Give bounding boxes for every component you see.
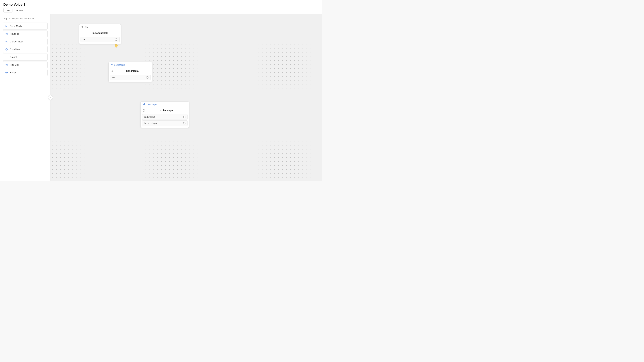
svg-point-7	[7, 42, 8, 42]
widget-branch-left: Branch	[5, 55, 17, 59]
svg-line-4	[6, 34, 7, 34]
collect-input-node-port-incorrect-connector[interactable]	[183, 122, 186, 124]
app-container: Demo Voice-1 Draft Version 1 Drop the wi…	[0, 0, 322, 181]
svg-point-2	[7, 34, 8, 35]
send-media-node-port-next-connector[interactable]	[146, 76, 148, 79]
collect-input-icon	[5, 40, 8, 43]
version-tabs: Draft Version 1	[3, 8, 319, 13]
widget-collect-input-drag: ⋮⋮	[41, 40, 46, 43]
widget-list: Send Media ⋮⋮	[3, 23, 48, 76]
branch-icon	[5, 55, 8, 59]
canvas-area[interactable]: ✋ Start InComingCall ok	[50, 14, 322, 181]
svg-point-17	[143, 104, 144, 105]
widget-send-media[interactable]: Send Media ⋮⋮	[3, 23, 48, 30]
start-node-port-ok[interactable]: ok	[80, 37, 120, 42]
widget-condition-drag: ⋮⋮	[41, 48, 46, 51]
svg-point-10	[6, 65, 6, 65]
svg-point-16	[82, 26, 83, 27]
widget-script[interactable]: Script ⋮⋮	[3, 69, 48, 76]
widget-script-drag: ⋮⋮	[41, 71, 46, 74]
svg-line-3	[6, 34, 7, 34]
widget-send-media-drag: ⋮⋮	[41, 25, 46, 28]
widget-script-label: Script	[10, 71, 16, 74]
start-node-port-ok-connector[interactable]	[115, 38, 117, 41]
main-area: Drop the widgets into the builder Send M…	[0, 14, 322, 181]
collect-input-node-port-end-connector[interactable]	[183, 116, 186, 118]
svg-point-6	[7, 41, 8, 41]
route-to-icon	[5, 32, 8, 36]
collect-input-node-header-icon	[142, 103, 145, 106]
send-media-node-header: SendMedia	[108, 62, 152, 68]
svg-point-0	[6, 34, 6, 34]
start-node[interactable]: Start InComingCall ok	[79, 24, 121, 44]
collect-input-node-connector-left[interactable]	[142, 109, 145, 112]
http-call-icon	[5, 63, 8, 67]
tab-version1[interactable]: Version 1	[13, 8, 26, 13]
collect-input-node-port-end-label: endOfInput	[144, 116, 155, 118]
widget-http-call[interactable]: Http Call ⋮⋮	[3, 61, 48, 68]
widget-send-media-label: Send Media	[10, 25, 22, 28]
script-icon	[5, 71, 8, 74]
sidebar-collapse-button[interactable]: ‹	[48, 95, 53, 100]
svg-point-5	[6, 41, 6, 42]
widget-http-call-drag: ⋮⋮	[41, 64, 46, 66]
send-media-node-connector-left[interactable]	[111, 70, 113, 72]
widget-route-to-drag: ⋮⋮	[41, 33, 46, 35]
widget-script-left: Script	[5, 71, 16, 74]
collect-input-node-title: CollectInput	[146, 103, 158, 106]
collect-input-node-port-end[interactable]: endOfInput	[142, 114, 188, 120]
collect-input-node-port-incorrect[interactable]: incorrectInput	[142, 120, 188, 126]
widget-send-media-left: Send Media	[5, 25, 22, 28]
svg-line-20	[144, 104, 144, 104]
svg-point-19	[144, 104, 144, 105]
widget-collect-input[interactable]: Collect Input ⋮⋮	[3, 38, 48, 45]
send-media-icon	[5, 25, 8, 28]
svg-point-1	[7, 33, 8, 34]
tab-draft[interactable]: Draft	[3, 8, 12, 13]
widget-branch[interactable]: Branch ⋮⋮	[3, 54, 48, 61]
collect-input-node-port-incorrect-label: incorrectInput	[144, 122, 158, 124]
widget-condition-label: Condition	[10, 48, 20, 51]
start-node-header: Start	[79, 24, 121, 30]
svg-line-8	[6, 41, 7, 42]
send-media-node[interactable]: SendMedia SendMedia next	[108, 62, 152, 82]
widget-condition[interactable]: Condition ⋮⋮	[3, 46, 48, 53]
widget-http-call-left: Http Call	[5, 63, 19, 67]
sidebar-hint: Drop the widgets into the builder	[3, 17, 48, 20]
svg-line-14	[6, 65, 7, 65]
svg-line-15	[6, 72, 7, 73]
send-media-node-title: SendMedia	[114, 64, 125, 66]
svg-point-18	[144, 103, 144, 104]
widget-route-to-label: Route To	[10, 33, 19, 35]
widget-collect-input-label: Collect Input	[10, 40, 23, 43]
start-node-body: InComingCall	[79, 30, 121, 36]
send-media-node-body: SendMedia	[115, 70, 150, 72]
start-node-header-icon	[81, 26, 84, 29]
widget-branch-label: Branch	[10, 56, 17, 58]
widget-branch-drag: ⋮⋮	[41, 56, 46, 58]
widget-http-call-label: Http Call	[10, 64, 19, 66]
svg-line-13	[6, 65, 7, 65]
send-media-node-port-next-label: next	[112, 76, 116, 79]
collect-input-node-header: CollectInput	[140, 102, 189, 107]
app-title: Demo Voice-1	[3, 3, 319, 7]
svg-point-12	[7, 65, 8, 66]
widget-collect-input-left: Collect Input	[5, 40, 23, 43]
send-media-node-header-icon	[111, 64, 113, 66]
widget-route-to[interactable]: Route To ⋮⋮	[3, 30, 48, 37]
widget-route-to-left: Route To	[5, 32, 19, 36]
send-media-node-port-next[interactable]: next	[110, 75, 151, 80]
widget-condition-left: Condition	[5, 48, 20, 51]
top-header: Demo Voice-1 Draft Version 1	[0, 0, 322, 14]
svg-line-9	[6, 42, 7, 42]
start-node-title: Start	[84, 26, 89, 28]
svg-point-11	[7, 64, 8, 65]
collect-input-node[interactable]: CollectInput CollectInput endOfInput inc…	[140, 102, 189, 128]
sidebar: Drop the widgets into the builder Send M…	[0, 14, 50, 181]
svg-line-21	[144, 104, 144, 105]
condition-icon	[5, 48, 8, 51]
start-node-port-ok-label: ok	[83, 38, 85, 41]
collect-input-node-body: CollectInput	[146, 109, 187, 112]
